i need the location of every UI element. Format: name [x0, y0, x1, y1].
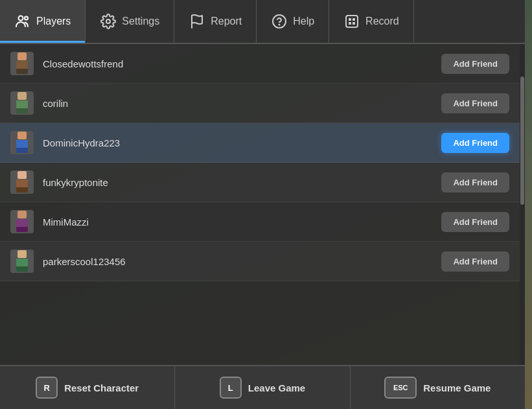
player-avatar — [10, 52, 34, 75]
tab-report-label: Report — [211, 16, 242, 27]
tab-bar: Players Settings Report — [0, 0, 525, 44]
avatar-figure — [13, 132, 31, 154]
help-icon — [271, 13, 288, 30]
tab-settings-label: Settings — [122, 16, 159, 27]
svg-point-0 — [19, 16, 23, 21]
avatar-body — [16, 61, 28, 69]
avatar-body — [16, 219, 28, 227]
resume-key-badge: ESC — [384, 377, 417, 399]
tab-settings[interactable]: Settings — [86, 0, 174, 43]
add-friend-button[interactable]: Add Friend — [441, 212, 509, 232]
player-name: MimiMazzi — [43, 216, 441, 228]
player-name: parkerscool123456 — [43, 256, 441, 267]
avatar-head — [17, 132, 27, 139]
reset-character-label: Reset Character — [64, 382, 139, 393]
tab-players-label: Players — [36, 16, 71, 27]
avatar-head — [17, 53, 27, 60]
avatar-legs — [16, 187, 28, 193]
reset-key-badge: R — [36, 377, 58, 399]
avatar-figure — [13, 53, 31, 75]
player-row[interactable]: corilin Add Friend — [0, 84, 520, 123]
action-bar: R Reset Character L Leave Game ESC Resum… — [0, 365, 525, 409]
avatar-figure — [13, 171, 31, 193]
player-row[interactable]: funkykryptonite Add Friend — [0, 163, 520, 202]
avatar-legs — [16, 69, 28, 74]
player-avatar — [10, 131, 34, 154]
main-panel: Players Settings Report — [0, 0, 525, 409]
player-name: DominicHydra223 — [43, 137, 441, 148]
leave-game-label: Leave Game — [248, 382, 305, 393]
player-avatar — [10, 170, 34, 194]
leave-key-badge: L — [220, 377, 242, 399]
player-row[interactable]: Closedewottsfrend Add Friend — [0, 44, 520, 84]
gear-icon — [100, 13, 117, 30]
player-avatar — [10, 250, 34, 273]
avatar-body — [16, 100, 28, 108]
avatar-head — [17, 92, 27, 100]
flag-icon — [189, 13, 205, 30]
avatar-body — [16, 140, 28, 148]
leave-game-button[interactable]: L Leave Game — [175, 366, 350, 409]
svg-point-1 — [25, 17, 28, 20]
tab-record[interactable]: Record — [329, 0, 414, 43]
svg-point-2 — [106, 19, 110, 23]
avatar-legs — [16, 266, 28, 272]
resume-game-button[interactable]: ESC Resume Game — [351, 366, 525, 409]
svg-rect-6 — [346, 16, 358, 27]
player-avatar — [10, 91, 34, 115]
players-list: Closedewottsfrend Add Friend corilin Add… — [0, 44, 520, 365]
tab-players[interactable]: Players — [0, 0, 86, 43]
player-row[interactable]: DominicHydra223 Add Friend — [0, 123, 520, 163]
tab-help[interactable]: Help — [257, 0, 329, 43]
record-icon — [343, 13, 360, 30]
tab-help-label: Help — [293, 16, 314, 27]
avatar-body — [16, 259, 28, 266]
player-name: funkykryptonite — [43, 177, 441, 188]
tab-report[interactable]: Report — [174, 0, 257, 43]
add-friend-button[interactable]: Add Friend — [441, 133, 509, 153]
avatar-head — [17, 211, 27, 218]
avatar-figure — [13, 250, 31, 272]
avatar-body — [16, 180, 28, 187]
avatar-legs — [16, 148, 28, 153]
add-friend-button[interactable]: Add Friend — [441, 93, 509, 113]
add-friend-button[interactable]: Add Friend — [441, 54, 509, 74]
svg-rect-8 — [353, 18, 355, 21]
avatar-head — [17, 250, 27, 258]
avatar-legs — [16, 227, 28, 232]
tab-record-label: Record — [365, 16, 399, 27]
scrollbar-thumb[interactable] — [520, 76, 524, 205]
add-friend-button[interactable]: Add Friend — [441, 251, 509, 272]
player-name: Closedewottsfrend — [43, 58, 441, 69]
player-name: corilin — [43, 98, 441, 109]
svg-rect-10 — [353, 22, 355, 25]
avatar-head — [17, 171, 27, 179]
scrollbar-track[interactable] — [520, 44, 525, 365]
resume-game-label: Resume Game — [423, 382, 491, 393]
svg-rect-9 — [349, 22, 351, 25]
avatar-legs — [16, 108, 28, 113]
player-avatar — [10, 210, 34, 233]
avatar-figure — [13, 92, 31, 114]
users-icon — [14, 13, 31, 30]
avatar-figure — [13, 211, 31, 233]
svg-rect-7 — [349, 18, 351, 21]
player-row[interactable]: MimiMazzi Add Friend — [0, 202, 520, 242]
reset-character-button[interactable]: R Reset Character — [0, 366, 175, 409]
add-friend-button[interactable]: Add Friend — [441, 172, 509, 193]
player-row[interactable]: parkerscool123456 Add Friend — [0, 242, 520, 281]
